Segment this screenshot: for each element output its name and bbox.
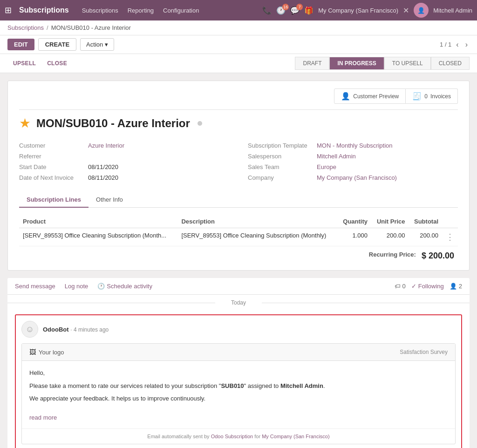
nav-configuration[interactable]: Configuration xyxy=(163,7,199,14)
tag-icon: 🏷 xyxy=(395,283,401,290)
send-message-button[interactable]: Send message xyxy=(15,283,55,290)
prev-page-button[interactable]: ‹ xyxy=(454,40,460,50)
gift-icon[interactable]: 🎁 xyxy=(304,6,313,15)
odoo-subscription-link[interactable]: Odoo Subscription xyxy=(211,434,253,439)
log-note-button[interactable]: Log note xyxy=(65,283,89,290)
message-container: ☺ OdooBot · 4 minutes ago 🖼 Your logo Sa… xyxy=(15,314,462,448)
timer-icon[interactable]: 🕐 16 xyxy=(276,6,286,15)
message-meta: OdooBot · 4 minutes ago xyxy=(43,326,109,333)
close-button[interactable]: CLOSE xyxy=(41,58,73,68)
row-dot-menu[interactable]: ⋮ xyxy=(442,228,458,246)
customer-label: Customer xyxy=(19,142,84,149)
logo-text: Your logo xyxy=(39,349,64,356)
edit-button[interactable]: EDIT xyxy=(7,39,34,50)
avatar: ☺ xyxy=(21,321,38,338)
recurring-price-row: Recurring Price: $ 200.00 xyxy=(19,246,458,261)
upsell-button[interactable]: UPSELL xyxy=(7,58,41,68)
pipeline-steps: DRAFT IN PROGRESS TO UPSELL CLOSED xyxy=(295,57,470,70)
nav-reporting[interactable]: Reporting xyxy=(128,7,154,14)
field-next-invoice: Date of Next Invoice 08/11/2020 xyxy=(19,172,229,183)
create-button[interactable]: CREATE xyxy=(38,38,76,51)
breadcrumb-parent[interactable]: Subscriptions xyxy=(7,24,44,31)
message-author: OdooBot xyxy=(43,326,69,333)
record-tabs: Subscription Lines Other Info xyxy=(19,192,458,208)
customer-preview-button[interactable]: 👤 Customer Preview xyxy=(334,88,406,104)
col-description: Description xyxy=(177,215,337,228)
action-label: Action xyxy=(86,41,103,48)
tab-other-info[interactable]: Other Info xyxy=(89,192,130,208)
assignee-bold: Mitchell Admin xyxy=(280,382,323,389)
template-value[interactable]: MON - Monthly Subscription xyxy=(317,142,393,149)
timer-badge: 16 xyxy=(282,4,289,10)
next-page-button[interactable]: › xyxy=(463,40,470,50)
field-sales-team: Sales Team Europe xyxy=(248,162,458,172)
field-salesperson: Salesperson Mitchell Admin xyxy=(248,151,458,162)
pipeline-draft[interactable]: DRAFT xyxy=(295,57,329,70)
close-icon[interactable]: ✕ xyxy=(403,6,409,15)
avatar[interactable]: 👤 xyxy=(414,3,429,18)
recurring-label: Recurring Price: xyxy=(369,251,416,261)
email-greeting: Hello, xyxy=(29,368,448,378)
invoices-button[interactable]: 🧾 0 Invoices xyxy=(406,88,458,104)
fields-grid: Customer Azure Interior Referrer Start D… xyxy=(19,140,458,183)
next-invoice-label: Date of Next Invoice xyxy=(19,174,84,181)
followers-count: 👤 2 xyxy=(450,283,462,290)
salesperson-label: Salesperson xyxy=(248,153,313,160)
pagination-text: 1 / 1 xyxy=(440,41,451,48)
company-link[interactable]: My Company (San Francisco) xyxy=(262,434,330,439)
email-logo: 🖼 Your logo xyxy=(29,348,64,356)
user-name[interactable]: Mitchell Admin xyxy=(433,7,472,14)
tags-count: 🏷 0 xyxy=(395,283,406,290)
following-label: Following xyxy=(418,283,444,290)
pipeline-closed[interactable]: CLOSED xyxy=(431,57,470,70)
pipeline-in-progress[interactable]: IN PROGRESS xyxy=(329,57,384,70)
customer-preview-icon: 👤 xyxy=(341,92,350,101)
chatter: Send message Log note 🕐 Schedule activit… xyxy=(7,278,470,448)
chat-icon[interactable]: 💬 7 xyxy=(290,6,300,15)
message-header: ☺ OdooBot · 4 minutes ago xyxy=(21,321,456,338)
email-preview: 🖼 Your logo Satisfaction Survey Hello, P… xyxy=(21,343,456,444)
record-name: MON/SUB010 - Azure Interior xyxy=(36,117,190,130)
record-card: 👤 Customer Preview 🧾 0 Invoices ★ MON/SU… xyxy=(7,81,470,271)
app-grid-icon[interactable]: ⊞ xyxy=(5,5,12,15)
schedule-activity-button[interactable]: 🕐 Schedule activity xyxy=(97,283,152,290)
sub-bold: SUB010 xyxy=(221,382,244,389)
field-company: Company My Company (San Francisco) xyxy=(248,172,458,183)
row-quantity: 1.000 xyxy=(338,228,371,246)
nav-subscriptions[interactable]: Subscriptions xyxy=(82,7,118,14)
sales-team-label: Sales Team xyxy=(248,163,313,170)
pipeline-to-upsell[interactable]: TO UPSELL xyxy=(384,57,431,70)
pagination: 1 / 1 ‹ › xyxy=(440,40,470,50)
chatter-right: 🏷 0 ✓ Following 👤 2 xyxy=(395,283,462,290)
today-separator: Today xyxy=(7,295,470,311)
phone-icon[interactable]: 📞 xyxy=(262,6,272,15)
field-customer: Customer Azure Interior xyxy=(19,140,229,151)
col-quantity: Quantity xyxy=(338,215,371,228)
referrer-label: Referrer xyxy=(19,153,84,160)
email-footer: Email automatically sent by Odoo Subscri… xyxy=(22,428,455,444)
action-chevron-icon: ▾ xyxy=(105,41,108,48)
tab-subscription-lines[interactable]: Subscription Lines xyxy=(19,192,89,208)
record-title: ★ MON/SUB010 - Azure Interior xyxy=(19,115,458,131)
company-selector[interactable]: My Company (San Francisco) xyxy=(318,7,398,14)
action-dropdown[interactable]: Action ▾ xyxy=(80,38,114,51)
salesperson-value[interactable]: Mitchell Admin xyxy=(317,153,356,160)
row-product: [SERV_89553] Office Cleaning Subscriptio… xyxy=(19,228,177,246)
row-description: [SERV_89553] Office Cleaning Subscriptio… xyxy=(177,228,337,246)
nav-links: Subscriptions Reporting Configuration xyxy=(82,7,257,14)
card-top-actions: 👤 Customer Preview 🧾 0 Invoices xyxy=(19,88,458,110)
customer-value[interactable]: Azure Interior xyxy=(88,142,124,149)
company-label: Company xyxy=(248,174,313,181)
company-value[interactable]: My Company (San Francisco) xyxy=(317,174,397,181)
col-unit-price: Unit Price xyxy=(371,215,409,228)
sales-team-value[interactable]: Europe xyxy=(317,163,336,170)
star-icon[interactable]: ★ xyxy=(19,115,31,131)
field-start-date: Start Date 08/11/2020 xyxy=(19,162,229,172)
following-button[interactable]: ✓ Following xyxy=(411,283,444,290)
row-subtotal: 200.00 xyxy=(409,228,442,246)
read-more-link[interactable]: read more xyxy=(29,414,57,421)
start-date-value: 08/11/2020 xyxy=(88,163,118,170)
main-content: 👤 Customer Preview 🧾 0 Invoices ★ MON/SU… xyxy=(0,73,477,448)
checkmark-icon: ✓ xyxy=(411,283,416,290)
invoices-icon: 🧾 xyxy=(412,92,422,101)
